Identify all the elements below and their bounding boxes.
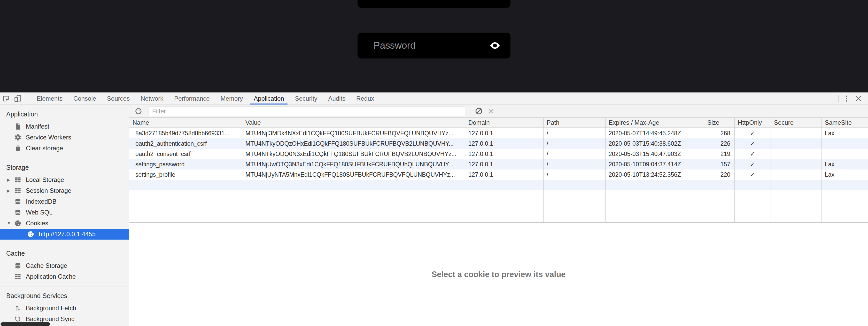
cell-value: MTU4NjUwOTQ3N3xEdi1CQkFFQ180SUFBUkFCRUFB… [242,159,465,169]
sidebar-item-manifest[interactable]: Manifest [0,121,129,132]
cookie-table-header: NameValueDomainPathExpires / Max-AgeSize… [129,118,868,128]
chevron-down-icon[interactable]: ▼ [7,218,11,229]
sidebar-item-cookies[interactable]: ▼Cookies [0,218,129,229]
column-divider[interactable] [543,118,544,222]
cell-http-only: ✓ [735,159,771,169]
sidebar-section-background-services: Background ServicesBackground FetchBackg… [0,286,129,326]
cookie-icon [27,230,35,238]
tab-audits[interactable]: Audits [323,92,351,105]
kebab-menu-icon[interactable] [841,92,852,105]
sidebar-item-service-workers[interactable]: Service Workers [0,132,129,143]
cookie-row-settings-password[interactable]: settings_passwordMTU4NjUwOTQ3N3xEdi1CQkF… [129,159,868,169]
sidebar-item-label: Cache Storage [26,262,67,269]
cookie-icon [14,219,22,227]
column-header-value[interactable]: Value [242,118,465,128]
filter-input[interactable] [148,106,465,116]
sync-icon [14,315,22,323]
column-header-samesite[interactable]: SameSite [822,118,868,128]
cell-domain: 127.0.0.1 [465,169,543,180]
tab-redux[interactable]: Redux [351,92,379,105]
cookie-preview-pane: Select a cookie to preview its value [129,223,868,326]
preview-empty-message: Select a cookie to preview its value [432,270,566,279]
sidebar-item-clear-storage[interactable]: Clear storage [0,143,129,154]
sidebar-item-session-storage[interactable]: ▶Session Storage [0,185,129,196]
column-divider[interactable] [771,118,771,222]
cell-name: settings_password [129,159,242,169]
chevron-right-icon[interactable]: ▶ [7,174,10,185]
column-divider[interactable] [242,118,242,222]
application-sidebar: ApplicationManifestService WorkersClear … [0,105,129,326]
tab-security[interactable]: Security [289,92,323,105]
cell-secure [771,169,822,180]
column-header-name[interactable]: Name [129,118,242,128]
clear-x-icon[interactable] [486,106,496,116]
column-header-domain[interactable]: Domain [465,118,543,128]
tab-console[interactable]: Console [68,92,101,105]
cookie-table-body: 8a3d27185b49d7758d8bb669331...MTU4NjI3MD… [129,128,868,222]
sidebar-item-web-sql[interactable]: Web SQL [0,207,129,218]
tab-network[interactable]: Network [135,92,169,105]
close-icon[interactable] [852,92,864,105]
block-icon[interactable] [473,106,484,116]
column-header-size[interactable]: Size [704,118,735,128]
cell-http-only: ✓ [735,138,771,149]
cookie-row-settings-profile[interactable]: settings_profileMTU4NjUyNTA5MnxEdi1CQkFF… [129,169,868,180]
sidebar-item-http-127-0-0-1-4455[interactable]: http://127.0.0.1:4455 [0,229,129,240]
cell-value: MTU4NTkyODQzOHxEdi1CQkFFQ180SUFBUkFCRUFB… [242,138,465,149]
tab-application[interactable]: Application [248,92,289,105]
grid-icon [14,273,22,280]
toolbar-divider [469,107,469,115]
chevron-right-icon[interactable]: ▶ [7,185,10,196]
sidebar-item-cache-storage[interactable]: Cache Storage [0,260,129,271]
column-header-expires-max-age[interactable]: Expires / Max-Age [605,118,704,128]
column-header-secure[interactable]: Secure [771,118,822,128]
cell-expires: 2020-05-07T14:49:45.248Z [605,128,704,138]
cell-expires: 2020-05-10T09:04:37.414Z [605,159,704,169]
sidebar-item-label: Background Fetch [26,304,76,312]
cell-name: 8a3d27185b49d7758d8bb669331... [129,128,242,138]
sidebar-item-background-fetch[interactable]: Background Fetch [0,303,129,314]
sidebar-item-label: Service Workers [26,134,71,141]
cell-domain: 127.0.0.1 [465,138,543,149]
password-field[interactable]: Password [358,33,510,58]
cookie-row-oauth2-authentication-csrf[interactable]: oauth2_authentication_csrfMTU4NTkyODQzOH… [129,138,868,149]
tab-memory[interactable]: Memory [215,92,249,105]
sidebar-item-indexeddb[interactable]: IndexedDB [0,196,129,207]
cookie-row-oauth2-consent-csrf[interactable]: oauth2_consent_csrfMTU4NTkyODQ0N3xEdi1CQ… [129,149,868,159]
gear-icon [14,134,22,141]
cell-size: 219 [704,149,735,159]
fetch-icon [14,304,22,312]
column-header-httponly[interactable]: HttpOnly [735,118,771,128]
cell-http-only: ✓ [735,169,771,180]
cell-same-site [822,149,868,159]
column-divider[interactable] [704,118,704,222]
column-divider[interactable] [605,118,606,222]
inspect-icon[interactable] [0,92,12,105]
sidebar-item-local-storage[interactable]: ▶Local Storage [0,174,129,185]
eye-icon[interactable] [489,39,501,52]
sidebar-item-application-cache[interactable]: Application Cache [0,271,129,282]
sidebar-item-label: Background Sync [26,316,74,323]
sidebar-item-label: IndexedDB [26,198,57,205]
sidebar-scrollbar[interactable] [1,322,50,326]
tab-sources[interactable]: Sources [101,92,135,105]
sidebar-item-label: Session Storage [26,187,71,194]
tab-elements[interactable]: Elements [31,92,68,105]
device-toolbar-icon[interactable] [12,92,24,105]
cookie-row-8a3d27185b49d7758d8bb669331[interactable]: 8a3d27185b49d7758d8bb669331...MTU4NjI3MD… [129,128,868,138]
cookies-toolbar [129,105,868,118]
cell-size: 268 [704,128,735,138]
column-divider[interactable] [822,118,822,222]
cell-size: 226 [704,138,735,149]
username-field[interactable] [358,0,510,8]
cell-value: MTU4NjUyNTA5MnxEdi1CQkFFQ180SUFBUkFCRUFB… [242,169,465,180]
cell-same-site: Lax [822,169,868,180]
cell-same-site: Lax [822,128,868,138]
column-header-path[interactable]: Path [543,118,605,128]
cell-expires: 2020-05-10T13:24:52.356Z [605,169,704,180]
tab-performance[interactable]: Performance [169,92,215,105]
password-placeholder: Password [374,40,415,51]
refresh-icon[interactable] [133,106,144,116]
column-divider[interactable] [465,118,465,222]
cell-path: / [543,169,605,180]
